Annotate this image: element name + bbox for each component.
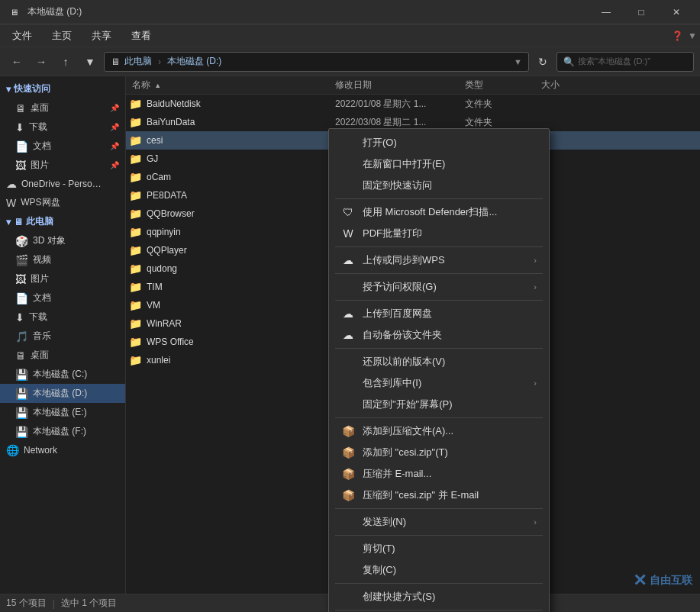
- onedrive-icon: ☁: [6, 178, 17, 190]
- sidebar-item-3d[interactable]: 🎲 3D 对象: [0, 231, 125, 250]
- sidebar-item-drive-c[interactable]: 💾 本地磁盘 (C:): [0, 365, 125, 384]
- music-icon: 🎵: [15, 330, 28, 343]
- watermark: ✕ 自由互联: [633, 571, 692, 591]
- recent-locations-button[interactable]: ▼: [79, 51, 101, 72]
- context-menu-item[interactable]: 🛡使用 Microsoft Defender扫描...: [329, 201, 549, 223]
- sidebar-item-network[interactable]: 🌐 Network: [0, 441, 125, 459]
- context-menu-item[interactable]: 授予访问权限(G)›: [329, 276, 549, 298]
- quick-access-header[interactable]: ▾ 快速访问: [0, 79, 125, 98]
- expand-icon[interactable]: ▼: [688, 31, 697, 41]
- ctx-label: 添加到 "cesi.zip"(T): [363, 446, 448, 459]
- context-menu-item[interactable]: 打开(O): [329, 132, 549, 153]
- column-headers: 名称 ▲ 修改日期 类型 大小: [126, 76, 700, 95]
- context-menu-item[interactable]: 发送到(N)›: [329, 511, 549, 533]
- menu-home[interactable]: 主页: [43, 26, 81, 46]
- sidebar-item-desktop[interactable]: 🖥 桌面 📌: [0, 98, 125, 118]
- file-col-name: 📁 QQPlayer: [129, 244, 335, 256]
- sidebar-item-dl[interactable]: ⬇ 下载: [0, 308, 125, 327]
- refresh-button[interactable]: ↻: [532, 51, 553, 72]
- folder-icon: 📁: [129, 153, 142, 165]
- this-pc-header[interactable]: ▾ 🖥 此电脑: [0, 212, 125, 231]
- sidebar-item-wps[interactable]: W WPS网盘: [0, 193, 125, 212]
- context-menu-separator: [335, 583, 543, 584]
- context-menu-item[interactable]: ☁上传到百度网盘: [329, 303, 549, 324]
- sidebar-item-docs[interactable]: 📄 文档: [0, 288, 125, 308]
- sidebar-item-documents[interactable]: 📄 文档 📌: [0, 137, 125, 156]
- sidebar-item-onedrive[interactable]: ☁ OneDrive - Persona...: [0, 175, 125, 193]
- table-row[interactable]: 📁 BaiduNetdisk 2022/01/08 星期六 1... 文件夹: [126, 95, 700, 113]
- menu-share[interactable]: 共享: [82, 26, 121, 46]
- context-menu-item[interactable]: 创建快捷方式(S): [329, 586, 549, 607]
- folder-icon: 📁: [129, 189, 142, 201]
- folder-icon: 📁: [129, 299, 142, 311]
- ctx-label: 在新窗口中打开(E): [363, 157, 445, 171]
- ctx-label: 自动备份该文件夹: [363, 328, 442, 342]
- context-menu-item[interactable]: WPDF批量打印: [329, 223, 549, 244]
- context-menu-item[interactable]: ☁上传或同步到WPS›: [329, 250, 549, 271]
- file-col-name: 📁 cesi: [129, 134, 335, 147]
- context-menu-item[interactable]: 包含到库中(I)›: [329, 372, 549, 394]
- drive-d-icon: 💾: [15, 388, 28, 400]
- context-menu-separator: [335, 348, 543, 349]
- ctx-icon: W: [341, 227, 355, 240]
- search-box[interactable]: 🔍 搜索"本地磁盘 (D:)": [556, 52, 694, 72]
- drive-f-icon: 💾: [15, 426, 28, 438]
- sidebar-item-videos[interactable]: 🎬 视频: [0, 250, 125, 269]
- folder-icon: 📁: [129, 171, 142, 183]
- file-name: BaiduNetdisk: [147, 98, 201, 109]
- col-header-size[interactable]: 大小: [541, 79, 602, 92]
- sidebar-item-music-label: 音乐: [33, 330, 51, 343]
- file-name: WinRAR: [147, 318, 182, 329]
- file-col-name: 📁 WinRAR: [129, 317, 335, 330]
- context-menu-item[interactable]: 剪切(T): [329, 538, 549, 559]
- context-menu-item[interactable]: 在新窗口中打开(E): [329, 153, 549, 175]
- menu-file[interactable]: 文件: [3, 26, 41, 46]
- context-menu-item[interactable]: 📦添加到压缩文件(A)...: [329, 420, 549, 442]
- context-menu-item[interactable]: 复制(C): [329, 559, 549, 581]
- menu-view[interactable]: 查看: [122, 26, 160, 46]
- breadcrumb-disk[interactable]: 本地磁盘 (D:): [167, 55, 221, 68]
- title-bar-controls: — □ ✕: [589, 0, 694, 24]
- address-dropdown[interactable]: ▼: [514, 57, 522, 66]
- this-pc-arrow: ▾: [6, 217, 11, 227]
- folder-icon: 📁: [129, 263, 142, 275]
- watermark-x: ✕: [633, 571, 647, 591]
- back-button[interactable]: ←: [6, 51, 27, 72]
- col-header-name[interactable]: 名称 ▲: [129, 79, 335, 92]
- sidebar-item-drive-e[interactable]: 💾 本地磁盘 (E:): [0, 403, 125, 422]
- window-icon: 🖥: [6, 5, 21, 20]
- context-menu-separator: [335, 273, 543, 274]
- sidebar-item-desk2[interactable]: 🖥 桌面: [0, 346, 125, 365]
- help-icon[interactable]: ❓: [672, 31, 683, 41]
- forward-button[interactable]: →: [31, 51, 52, 72]
- context-menu-item[interactable]: 固定到快速访问: [329, 175, 549, 196]
- context-menu-item[interactable]: 📦压缩到 "cesi.zip" 并 E-mail: [329, 485, 549, 506]
- sidebar-item-pictures[interactable]: 🖼 图片 📌: [0, 156, 125, 175]
- file-name: qudong: [147, 263, 177, 274]
- folder-icon: 📁: [129, 317, 142, 330]
- col-header-type[interactable]: 类型: [465, 79, 541, 92]
- sidebar-item-drive-f[interactable]: 💾 本地磁盘 (F:): [0, 422, 125, 441]
- file-name: cesi: [147, 135, 163, 146]
- breadcrumb-computer[interactable]: 此电脑: [124, 55, 152, 68]
- sidebar-item-photos[interactable]: 🖼 图片: [0, 269, 125, 288]
- pin-icon-2: 📌: [110, 123, 119, 131]
- context-menu-item[interactable]: 📦添加到 "cesi.zip"(T): [329, 442, 549, 463]
- context-menu-separator: [335, 417, 543, 418]
- up-button[interactable]: ↑: [55, 51, 76, 72]
- context-menu-item[interactable]: 📦压缩并 E-mail...: [329, 463, 549, 485]
- folder-icon: 📁: [129, 226, 142, 238]
- address-bar[interactable]: 🖥 此电脑 › 本地磁盘 (D:) ▼: [104, 52, 529, 72]
- sidebar-item-drive-d[interactable]: 💾 本地磁盘 (D:): [0, 384, 125, 403]
- folder-icon: 📁: [129, 354, 142, 366]
- col-header-date[interactable]: 修改日期: [335, 79, 465, 92]
- context-menu-item[interactable]: ☁自动备份该文件夹: [329, 324, 549, 346]
- close-button[interactable]: ✕: [659, 0, 694, 24]
- maximize-button[interactable]: □: [624, 0, 659, 24]
- sidebar-item-onedrive-label: OneDrive - Persona...: [21, 179, 105, 189]
- minimize-button[interactable]: —: [589, 0, 624, 24]
- sidebar-item-downloads[interactable]: ⬇ 下载 📌: [0, 118, 125, 137]
- sidebar-item-music[interactable]: 🎵 音乐: [0, 327, 125, 346]
- context-menu-item[interactable]: 还原以前的版本(V): [329, 351, 549, 372]
- context-menu-item[interactable]: 固定到"开始"屏幕(P): [329, 394, 549, 415]
